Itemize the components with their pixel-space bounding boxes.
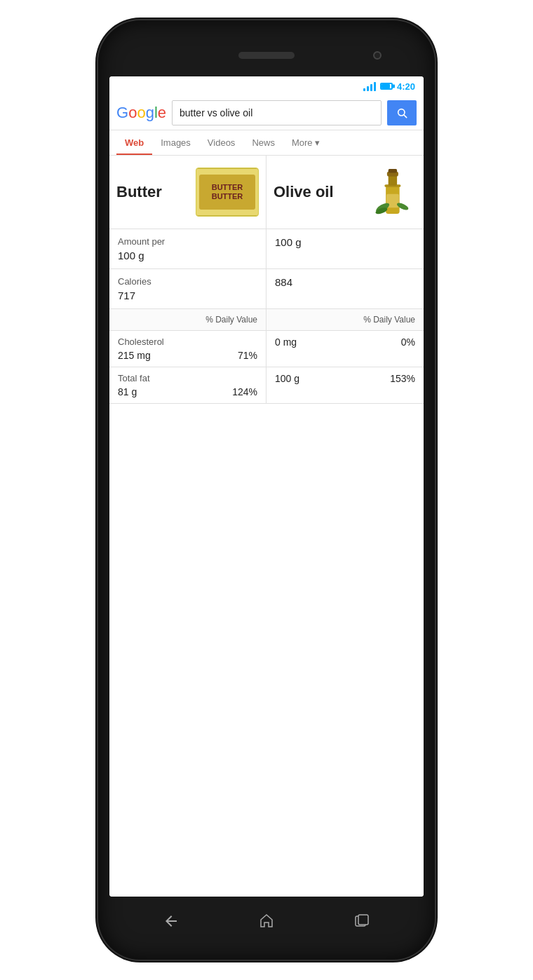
search-input[interactable]: butter vs olive oil — [172, 100, 382, 125]
butter-inner: BUTTERBUTTER — [199, 175, 255, 210]
comparison-header-row: Butter BUTTERBUTTER Olive oil — [109, 156, 424, 229]
right-amount-value: 100 g — [275, 236, 415, 248]
tab-more[interactable]: More ▾ — [283, 130, 328, 155]
right-calories-cell: 884 — [266, 269, 424, 308]
phone-camera — [373, 51, 382, 60]
left-totalfat-label: Total fat — [118, 373, 257, 383]
svg-rect-4 — [389, 175, 397, 186]
back-button[interactable] — [157, 907, 185, 935]
tab-images[interactable]: Images — [152, 130, 199, 155]
status-bar: 4:20 — [109, 76, 424, 96]
right-amount-cell: 100 g — [266, 229, 424, 268]
butter-image: BUTTERBUTTER — [196, 168, 259, 217]
calories-row: Calories 717 884 — [109, 269, 424, 309]
left-item-name: Butter — [116, 183, 162, 201]
left-amount-value: 100 g — [118, 250, 257, 261]
totalfat-row: Total fat 81 g 124% 100 g 153% — [109, 367, 424, 404]
butter-label: BUTTERBUTTER — [212, 183, 243, 201]
right-cholesterol-amount: 0 mg — [275, 336, 297, 348]
tab-web[interactable]: Web — [116, 130, 152, 155]
phone-top-bar — [109, 34, 424, 76]
right-header-cell: Olive oil — [266, 156, 424, 229]
right-totalfat-amount: 100 g — [275, 373, 299, 384]
right-totalfat-cell: 100 g 153% — [266, 367, 424, 403]
left-cholesterol-pct: 71% — [238, 350, 257, 361]
right-totalfat-pct: 153% — [390, 373, 415, 384]
google-logo: Google — [116, 104, 166, 122]
left-calories-label: Calories — [118, 276, 257, 287]
right-cholesterol-pct: 0% — [401, 336, 415, 348]
tab-news[interactable]: News — [243, 130, 283, 155]
right-item-name: Olive oil — [274, 183, 334, 201]
battery-icon — [380, 83, 393, 90]
phone-screen: 4:20 Google butter vs olive oil Web Imag… — [109, 76, 424, 897]
home-icon — [258, 913, 275, 930]
phone-speaker — [238, 52, 295, 59]
recents-icon — [353, 913, 370, 930]
recents-button[interactable] — [348, 907, 376, 935]
right-calories-value: 884 — [275, 276, 415, 288]
svg-rect-12 — [358, 915, 368, 925]
search-icon — [396, 107, 407, 118]
home-button[interactable] — [252, 907, 281, 935]
left-cholesterol-values: 215 mg 71% — [118, 350, 257, 361]
back-icon — [163, 913, 180, 930]
right-daily-value-label: % Daily Value — [266, 309, 424, 330]
comparison-table: Butter BUTTERBUTTER Olive oil — [109, 156, 424, 897]
tab-videos[interactable]: Videos — [199, 130, 244, 155]
left-calories-cell: Calories 717 — [109, 269, 266, 308]
status-time: 4:20 — [397, 81, 415, 92]
phone-device: 4:20 Google butter vs olive oil Web Imag… — [98, 20, 435, 960]
cholesterol-row: Cholesterol 215 mg 71% 0 mg 0% — [109, 331, 424, 367]
search-button[interactable] — [387, 100, 417, 125]
search-bar: Google butter vs olive oil — [109, 96, 424, 130]
amount-row: Amount per 100 g 100 g — [109, 229, 424, 269]
left-daily-value-label: % Daily Value — [109, 309, 266, 330]
right-cholesterol-values: 0 mg 0% — [275, 336, 415, 348]
left-header-cell: Butter BUTTERBUTTER — [109, 156, 266, 229]
left-calories-value: 717 — [118, 290, 257, 301]
nav-tabs: Web Images Videos News More ▾ — [109, 130, 424, 156]
olive-oil-image — [367, 164, 417, 220]
left-cholesterol-amount: 215 mg — [118, 350, 151, 361]
signal-icon — [363, 81, 376, 91]
svg-line-1 — [404, 115, 407, 118]
right-totalfat-values: 100 g 153% — [275, 373, 415, 384]
phone-bottom-bar — [109, 897, 424, 946]
right-cholesterol-cell: 0 mg 0% — [266, 331, 424, 367]
left-amount-label: Amount per — [118, 236, 257, 247]
left-totalfat-amount: 81 g — [118, 386, 137, 397]
svg-rect-6 — [389, 169, 397, 172]
left-amount-cell: Amount per 100 g — [109, 229, 266, 268]
left-cholesterol-cell: Cholesterol 215 mg 71% — [109, 331, 266, 367]
left-totalfat-pct: 124% — [232, 386, 257, 397]
left-totalfat-cell: Total fat 81 g 124% — [109, 367, 266, 403]
left-totalfat-values: 81 g 124% — [118, 386, 257, 397]
left-cholesterol-label: Cholesterol — [118, 336, 257, 347]
daily-value-row: % Daily Value % Daily Value — [109, 309, 424, 331]
